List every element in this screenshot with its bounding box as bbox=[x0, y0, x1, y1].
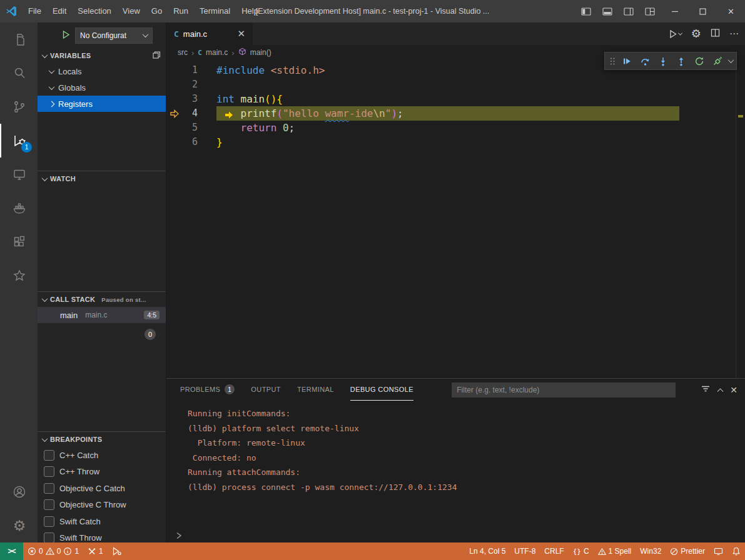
toolchain-status[interactable]: 1 bbox=[83, 542, 108, 560]
checkbox[interactable] bbox=[44, 483, 54, 494]
run-or-debug-button[interactable] bbox=[668, 29, 682, 39]
breakpoint-objc-catch[interactable]: Objective C Catch bbox=[38, 480, 166, 497]
code-line-4[interactable]: 4 printf("hello wamr-ide\n"); bbox=[166, 106, 745, 121]
step-into-button[interactable] bbox=[655, 53, 671, 69]
encoding-indicator[interactable]: UTF-8 bbox=[510, 542, 540, 560]
formatter-status[interactable]: Prettier bbox=[666, 542, 709, 560]
breakpoint-gutter[interactable] bbox=[166, 78, 183, 92]
variables-scope-globals[interactable]: Globals bbox=[38, 79, 166, 96]
views-panel-icon[interactable] bbox=[152, 51, 161, 61]
menu-terminal[interactable]: Terminal bbox=[194, 0, 236, 22]
platform-indicator[interactable]: Win32 bbox=[636, 542, 666, 560]
close-window-button[interactable]: ✕ bbox=[717, 0, 745, 22]
breakpoint-gutter[interactable] bbox=[166, 135, 183, 149]
more-actions-icon[interactable]: ⋯ bbox=[729, 28, 739, 39]
tab-problems[interactable]: PROBLEMS 1 bbox=[180, 379, 235, 401]
debug-session-chevron-icon[interactable] bbox=[728, 57, 734, 63]
code-line-2[interactable]: 2 bbox=[166, 78, 745, 92]
breadcrumb-folder[interactable]: src bbox=[178, 48, 188, 57]
overview-ruler[interactable] bbox=[736, 60, 736, 378]
tab-terminal[interactable]: TERMINAL bbox=[297, 379, 334, 401]
launch-configuration-dropdown[interactable]: No Configurat bbox=[75, 28, 153, 44]
breakpoint-swift-catch[interactable]: Swift Catch bbox=[38, 513, 166, 530]
spell-checker-status[interactable]: 1 Spell bbox=[594, 542, 636, 560]
docker-icon[interactable] bbox=[0, 191, 38, 225]
run-and-debug-icon[interactable]: 1 bbox=[0, 124, 38, 158]
watch-header[interactable]: WATCH bbox=[38, 171, 166, 186]
checkbox[interactable] bbox=[44, 450, 54, 461]
notifications-bell-icon[interactable] bbox=[727, 542, 745, 560]
console-input-prompt[interactable] bbox=[175, 531, 183, 540]
breadcrumb-symbol[interactable]: main() bbox=[250, 48, 271, 57]
restart-button[interactable] bbox=[691, 53, 707, 69]
checkbox[interactable] bbox=[44, 499, 54, 510]
tab-output[interactable]: OUTPUT bbox=[251, 379, 281, 401]
breakpoint-swift-throw[interactable]: Swift Throw bbox=[38, 530, 166, 543]
close-panel-icon[interactable]: ✕ bbox=[730, 385, 737, 395]
checkbox[interactable] bbox=[44, 516, 54, 527]
toggle-secondary-sidebar-icon[interactable] bbox=[618, 0, 639, 22]
breakpoint-gutter[interactable] bbox=[166, 121, 183, 135]
step-over-button[interactable] bbox=[637, 53, 653, 69]
toggle-panel-icon[interactable] bbox=[597, 0, 618, 22]
maximize-panel-icon[interactable] bbox=[717, 388, 724, 394]
remote-indicator[interactable]: >< bbox=[0, 542, 23, 560]
minimize-button[interactable] bbox=[661, 0, 689, 22]
cursor-position[interactable]: Ln 4, Col 5 bbox=[465, 542, 510, 560]
menu-help[interactable]: Help bbox=[236, 0, 264, 22]
tab-debug-console[interactable]: DEBUG CONSOLE bbox=[350, 379, 413, 401]
search-icon[interactable] bbox=[0, 56, 38, 90]
variables-header[interactable]: VARIABLES bbox=[38, 48, 166, 63]
continue-button[interactable] bbox=[619, 53, 635, 69]
tab-main-c[interactable]: C main.c ✕ bbox=[166, 22, 253, 45]
breakpoint-objc-throw[interactable]: Objective C Throw bbox=[38, 497, 166, 514]
settings-gear-icon[interactable]: ⚙ bbox=[0, 509, 38, 542]
variables-scope-locals[interactable]: Locals bbox=[38, 63, 166, 79]
breakpoint-gutter[interactable] bbox=[166, 63, 183, 78]
code-editor[interactable]: 1#include <stdio.h>23int main(){4 printf… bbox=[166, 60, 745, 378]
code-line-5[interactable]: 5 return 0; bbox=[166, 121, 745, 135]
menu-run[interactable]: Run bbox=[168, 0, 194, 22]
breadcrumb-file[interactable]: main.c bbox=[206, 48, 228, 57]
checkbox[interactable] bbox=[44, 532, 54, 542]
maximize-button[interactable] bbox=[689, 0, 717, 22]
customize-layout-icon[interactable] bbox=[639, 0, 661, 22]
remote-window-icon[interactable] bbox=[709, 542, 727, 560]
breakpoint-gutter[interactable] bbox=[166, 92, 183, 106]
remote-explorer-icon[interactable] bbox=[0, 158, 38, 191]
code-line-3[interactable]: 3int main(){ bbox=[166, 92, 745, 106]
eol-indicator[interactable]: CRLF bbox=[540, 542, 568, 560]
menu-go[interactable]: Go bbox=[146, 0, 168, 22]
toggle-sidebar-icon[interactable] bbox=[575, 0, 597, 22]
menu-selection[interactable]: Selection bbox=[72, 0, 116, 22]
explorer-icon[interactable] bbox=[0, 22, 38, 56]
open-launch-settings-icon[interactable]: ⚙ bbox=[691, 28, 701, 39]
disconnect-button[interactable] bbox=[709, 53, 726, 69]
debug-current-line-arrow-icon[interactable] bbox=[166, 106, 183, 121]
menu-file[interactable]: File bbox=[23, 0, 47, 22]
console-filter-input[interactable] bbox=[452, 382, 676, 398]
source-control-icon[interactable] bbox=[0, 90, 38, 124]
extensions-icon[interactable] bbox=[0, 225, 38, 259]
step-out-button[interactable] bbox=[673, 53, 689, 69]
start-debugging-button[interactable] bbox=[61, 30, 71, 41]
debug-status[interactable] bbox=[108, 542, 126, 560]
toolbar-drag-handle[interactable] bbox=[608, 56, 617, 66]
breakpoint-cpp-throw[interactable]: C++ Throw bbox=[38, 464, 166, 481]
favorites-star-icon[interactable] bbox=[0, 259, 38, 292]
problems-status[interactable]: 0 0 1 bbox=[23, 542, 83, 560]
menu-edit[interactable]: Edit bbox=[47, 0, 72, 22]
code-line-6[interactable]: 6} bbox=[166, 135, 745, 149]
filter-icon[interactable] bbox=[701, 384, 711, 396]
checkbox[interactable] bbox=[44, 466, 54, 477]
variables-scope-registers[interactable]: Registers bbox=[38, 96, 166, 112]
menu-view[interactable]: View bbox=[117, 0, 146, 22]
stack-frame-row[interactable]: main main.c 4:5 bbox=[38, 307, 166, 323]
breakpoint-cpp-catch[interactable]: C++ Catch bbox=[38, 447, 166, 464]
split-editor-icon[interactable] bbox=[711, 28, 720, 39]
close-tab-icon[interactable]: ✕ bbox=[237, 28, 245, 39]
call-stack-header[interactable]: CALL STACK Paused on st... bbox=[38, 292, 166, 307]
accounts-icon[interactable] bbox=[0, 475, 38, 509]
language-mode[interactable]: {} C bbox=[569, 542, 594, 560]
breakpoints-header[interactable]: BREAKPOINTS bbox=[38, 432, 166, 447]
